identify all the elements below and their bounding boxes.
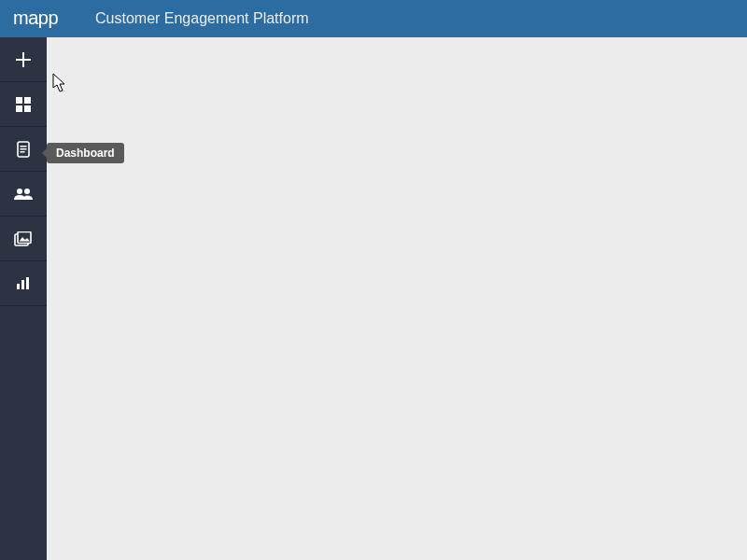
svg-text:mapp: mapp bbox=[13, 8, 58, 28]
svg-rect-14 bbox=[18, 231, 31, 243]
plus-icon bbox=[14, 50, 33, 69]
sidebar-item-media[interactable] bbox=[0, 217, 47, 261]
svg-point-12 bbox=[24, 189, 30, 194]
dashboard-icon bbox=[15, 96, 32, 113]
people-icon bbox=[13, 188, 34, 201]
svg-rect-8 bbox=[21, 146, 27, 147]
bar-chart-icon bbox=[16, 277, 31, 290]
app-header: mapp Customer Engagement Platform bbox=[0, 0, 747, 37]
app-title: Customer Engagement Platform bbox=[95, 10, 309, 27]
svg-rect-2 bbox=[16, 59, 31, 61]
svg-rect-10 bbox=[21, 151, 25, 153]
tooltip-label: Dashboard bbox=[56, 147, 115, 160]
svg-rect-5 bbox=[16, 105, 22, 112]
svg-rect-6 bbox=[24, 105, 31, 112]
svg-point-11 bbox=[17, 189, 22, 194]
svg-rect-15 bbox=[17, 284, 20, 289]
logo: mapp bbox=[13, 8, 78, 29]
main-content bbox=[47, 37, 747, 560]
svg-rect-17 bbox=[26, 277, 29, 289]
sidebar-item-create[interactable] bbox=[0, 37, 47, 82]
svg-rect-3 bbox=[16, 97, 22, 104]
sidebar-item-audience[interactable] bbox=[0, 172, 47, 217]
clipboard-icon bbox=[16, 141, 31, 158]
svg-rect-16 bbox=[21, 280, 24, 289]
sidebar-item-content[interactable] bbox=[0, 127, 47, 172]
sidebar: Dashboard bbox=[0, 37, 47, 560]
sidebar-item-analytics[interactable] bbox=[0, 261, 47, 306]
sidebar-item-dashboard[interactable]: Dashboard bbox=[0, 82, 47, 127]
images-icon bbox=[14, 231, 33, 246]
logo-icon: mapp bbox=[13, 8, 78, 29]
svg-rect-9 bbox=[21, 148, 27, 150]
svg-rect-4 bbox=[24, 97, 31, 104]
tooltip-dashboard: Dashboard bbox=[47, 143, 124, 163]
